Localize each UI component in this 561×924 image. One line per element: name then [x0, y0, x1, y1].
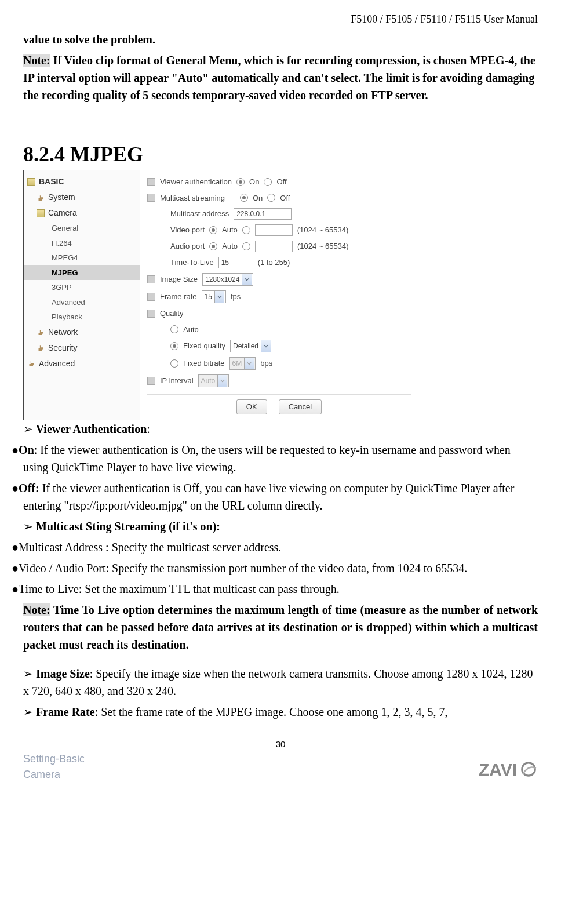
page-number: 30 — [23, 738, 538, 751]
quality-fixedb-select[interactable]: 6M — [230, 357, 256, 370]
ms-b3-text: Time to Live: Set the maximum TTL that m… — [19, 583, 340, 595]
ms-b3: ●Time to Live: Set the maximum TTL that … — [23, 580, 538, 598]
note-text-1: If Video clip format of General Menu, wh… — [23, 54, 536, 101]
quality-fixedb-value: 6M — [232, 358, 242, 369]
folder-icon — [37, 209, 45, 217]
ss-quality-row: Quality — [147, 305, 411, 322]
audio-port-input[interactable] — [255, 241, 293, 252]
ss-network-label: Network — [48, 326, 78, 339]
multicast-on-lbl: On — [253, 192, 263, 204]
ss-system[interactable]: System — [24, 190, 140, 205]
va-off-item: ●Off: If the viewer authentication is Of… — [23, 479, 538, 514]
logo-text: ZAVI — [479, 756, 517, 783]
ss-advanced[interactable]: Advanced — [24, 356, 140, 372]
footer-left-1: Setting-Basic — [23, 751, 85, 767]
note-paragraph-1: Note: If Video clip format of General Me… — [23, 52, 538, 104]
quality-fixedq-lbl: Fixed quality — [183, 340, 225, 352]
ss-camera-advanced[interactable]: Advanced — [24, 295, 140, 310]
footer: Setting-Basic Camera ZAVI — [23, 754, 538, 783]
frame-rate-value: 15 — [205, 292, 212, 302]
ss-multicast-row: Multicast streaming On Off — [147, 190, 411, 206]
ss-camera-playback[interactable]: Playback — [24, 310, 140, 325]
box-icon — [147, 377, 155, 385]
audio-port-auto-radio[interactable] — [209, 242, 217, 250]
ss-basic[interactable]: BASIC — [24, 174, 140, 190]
audio-port-range: (1024 ~ 65534) — [297, 241, 349, 252]
frame-rate-label: Frame rate — [160, 291, 197, 303]
ss-main: Viewer authentication On Off Multicast s… — [140, 170, 418, 420]
ss-camera-mjpeg[interactable]: MJPEG — [24, 265, 140, 281]
bps-label: bps — [260, 358, 272, 369]
quality-fixedb-radio[interactable] — [170, 359, 178, 368]
ss-security[interactable]: Security — [24, 340, 140, 356]
video-port-manual-radio[interactable] — [242, 226, 250, 234]
ss-sidebar: BASIC System Camera General H.264 MPEG4 … — [24, 170, 140, 420]
video-port-auto-radio[interactable] — [209, 226, 217, 234]
footer-right: ZAVI — [479, 756, 538, 783]
ms-b2-text: Video / Audio Port: Specify the transmis… — [19, 562, 467, 574]
ss-advanced-label: Advanced — [39, 358, 75, 370]
ss-camera-h264[interactable]: H.264 — [24, 236, 140, 251]
multicast-off-lbl: Off — [280, 192, 290, 204]
settings-screenshot: BASIC System Camera General H.264 MPEG4 … — [23, 170, 418, 420]
audio-port-auto-lbl: Auto — [222, 241, 238, 252]
quality-fixedq-value: Detailed — [233, 341, 258, 351]
ms-b1: ●Multicast Address : Specify the multica… — [23, 539, 538, 556]
ss-camera-general[interactable]: General — [24, 221, 140, 236]
image-size-select[interactable]: 1280x1024 — [202, 273, 253, 286]
frame-rate-para: ➢ Frame Rate: Set the frame rate of the … — [23, 703, 538, 721]
viewer-auth-off-lbl: Off — [276, 176, 286, 188]
box-icon — [147, 178, 155, 186]
multicast-off-radio[interactable] — [267, 194, 275, 202]
multicast-addr-input[interactable]: 228.0.0.1 — [234, 208, 292, 220]
video-port-auto-lbl: Auto — [222, 224, 238, 236]
ss-camera[interactable]: Camera — [24, 205, 140, 221]
chevron-down-icon — [242, 274, 252, 285]
ip-interval-value: Auto — [201, 376, 216, 386]
ss-button-row: OK Cancel — [147, 394, 411, 414]
hand-icon — [37, 344, 45, 352]
box-icon — [147, 293, 155, 301]
viewer-auth-heading: ➢ Viewer Authentication: — [23, 420, 538, 438]
ms-b1-text: Multicast Address : Specify the multicas… — [19, 541, 281, 554]
video-port-label: Video port — [170, 224, 205, 236]
quality-auto-radio[interactable] — [170, 325, 178, 333]
cancel-button[interactable]: Cancel — [279, 399, 322, 414]
ss-image-size-row: Image Size 1280x1024 — [147, 271, 411, 288]
folder-icon — [27, 178, 35, 186]
image-size-value: 1280x1024 — [205, 274, 239, 285]
ss-ip-interval-row: IP interval Auto — [147, 372, 411, 390]
viewer-auth-heading-text: Viewer Authentication — [33, 423, 147, 435]
quality-label: Quality — [160, 308, 183, 319]
ss-camera-3gpp[interactable]: 3GPP — [24, 280, 140, 295]
multicast-on-radio[interactable] — [240, 194, 248, 202]
viewer-auth-on-lbl: On — [249, 176, 259, 188]
ms-note-label: Note: — [23, 603, 50, 616]
ss-ttl-row: Time-To-Live 15 (1 to 255) — [170, 254, 411, 271]
viewer-auth-label: Viewer authentication — [160, 176, 232, 188]
ss-camera-mpeg4[interactable]: MPEG4 — [24, 250, 140, 265]
footer-left: Setting-Basic Camera — [23, 751, 85, 783]
ip-interval-select[interactable]: Auto — [198, 374, 230, 387]
chevron-down-icon — [214, 291, 224, 303]
quality-fixedq-radio[interactable] — [170, 342, 178, 350]
video-port-input[interactable] — [255, 224, 293, 236]
hand-icon — [37, 328, 45, 336]
va-off-label: Off: — [19, 482, 39, 494]
viewer-auth-off-radio[interactable] — [264, 178, 272, 186]
ok-button[interactable]: OK — [236, 399, 267, 414]
viewer-auth-on-radio[interactable] — [236, 178, 245, 186]
ttl-input[interactable]: 15 — [218, 257, 253, 268]
quality-fixedq-select[interactable]: Detailed — [230, 340, 272, 352]
ss-frame-rate-row: Frame rate 15 fps — [147, 288, 411, 305]
box-icon — [147, 275, 155, 283]
quality-auto-lbl: Auto — [183, 324, 199, 336]
box-icon — [147, 194, 155, 202]
ss-system-label: System — [48, 191, 75, 203]
frame-rate-select[interactable]: 15 — [202, 290, 226, 303]
image-size-head: Image Size — [33, 667, 90, 680]
audio-port-manual-radio[interactable] — [242, 242, 250, 250]
ss-network[interactable]: Network — [24, 325, 140, 340]
ttl-label: Time-To-Live — [170, 257, 214, 268]
va-off-text: If the viewer authentication is Off, you… — [23, 482, 514, 512]
